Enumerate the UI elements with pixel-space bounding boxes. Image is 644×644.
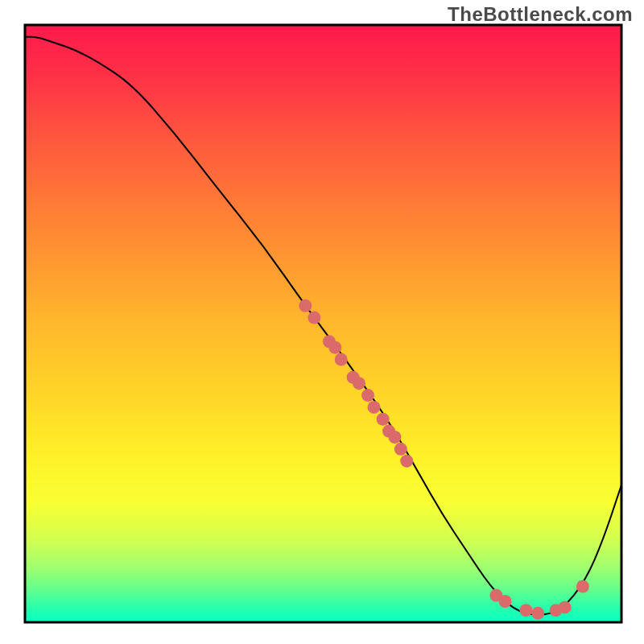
scatter-point — [367, 401, 380, 414]
scatter-point — [299, 299, 312, 312]
scatter-point — [394, 443, 407, 456]
scatter-point — [519, 604, 532, 617]
chart-background — [25, 25, 621, 622]
scatter-point — [377, 413, 390, 426]
scatter-point — [400, 455, 413, 468]
scatter-point — [335, 353, 348, 366]
scatter-point — [328, 341, 341, 354]
scatter-point — [353, 377, 365, 390]
scatter-point — [361, 389, 374, 402]
chart-svg — [0, 0, 644, 644]
scatter-point — [576, 580, 589, 592]
scatter-point — [531, 607, 544, 620]
scatter-point — [559, 601, 572, 613]
chart-root: TheBottleneck.com — [0, 0, 644, 644]
scatter-point — [499, 595, 512, 608]
scatter-point — [308, 312, 320, 324]
scatter-point — [388, 431, 401, 444]
watermark-text: TheBottleneck.com — [448, 3, 633, 26]
